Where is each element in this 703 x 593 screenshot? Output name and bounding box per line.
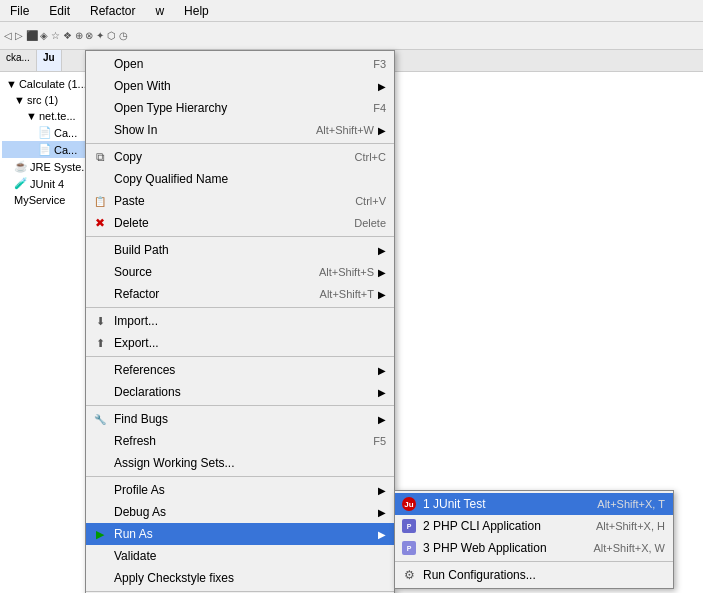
menu-refactor[interactable]: Refactor — [84, 2, 141, 20]
ctx-open-type-hierarchy-label: Open Type Hierarchy — [114, 101, 353, 115]
ctx-assign-working-sets-label: Assign Working Sets... — [114, 456, 386, 470]
ctx-show-in-label: Show In — [114, 123, 296, 137]
ctx-refactor-arrow: ▶ — [378, 289, 386, 300]
ctx-paste[interactable]: Paste Ctrl+V — [86, 190, 394, 212]
tree-myservice[interactable]: MyService — [2, 192, 87, 208]
ctx-source-arrow: ▶ — [378, 267, 386, 278]
ctx-validate-label: Validate — [114, 549, 386, 563]
tree-jre[interactable]: ☕ JRE Syste... — [2, 158, 87, 175]
ctx-find-bugs-label: Find Bugs — [114, 412, 374, 426]
tree-junit[interactable]: 🧪 JUnit 4 — [2, 175, 87, 192]
submenu-junit-label: 1 JUnit Test — [423, 497, 577, 511]
ctx-build-path-arrow: ▶ — [378, 245, 386, 256]
sidebar: ▼ Calculate (1... ▼ src (1) ▼ net.te... … — [0, 72, 90, 593]
submenu-junit-shortcut: Alt+Shift+X, T — [597, 498, 665, 510]
tree-expand-icon: ▼ — [6, 78, 17, 90]
ctx-refresh[interactable]: Refresh F5 — [86, 430, 394, 452]
import-icon — [92, 313, 108, 329]
export-icon — [92, 335, 108, 351]
ctx-declarations-label: Declarations — [114, 385, 374, 399]
ctx-run-as[interactable]: Run As ▶ — [86, 523, 394, 545]
ctx-find-bugs-arrow: ▶ — [378, 414, 386, 425]
ctx-sep-6 — [86, 476, 394, 477]
ctx-refactor[interactable]: Refactor Alt+Shift+T ▶ — [86, 283, 394, 305]
ctx-debug-as-label: Debug As — [114, 505, 374, 519]
ctx-source-label: Source — [114, 265, 299, 279]
ctx-references-label: References — [114, 363, 374, 377]
ctx-show-in[interactable]: Show In Alt+Shift+W ▶ — [86, 119, 394, 141]
ctx-build-path-label: Build Path — [114, 243, 374, 257]
tree-item-label: Ca... — [54, 144, 77, 156]
php-web-icon: P — [401, 540, 417, 556]
sidebar-tab-package[interactable]: cka... — [0, 50, 37, 71]
ctx-refactor-shortcut: Alt+Shift+T — [320, 288, 374, 300]
tree-item-label: JRE Syste... — [30, 161, 90, 173]
tree-item-icon: ☕ — [14, 160, 28, 173]
tree-expand-icon: 📄 — [38, 143, 52, 156]
ctx-sep-1 — [86, 143, 394, 144]
submenu-junit-test[interactable]: Ju 1 JUnit Test Alt+Shift+X, T — [395, 493, 673, 515]
ctx-open-label: Open — [114, 57, 353, 71]
sidebar-tab-bar: cka... Ju — [0, 50, 90, 72]
ctx-sep-2 — [86, 236, 394, 237]
tree-nette[interactable]: ▼ net.te... — [2, 108, 87, 124]
ctx-open-type-hierarchy[interactable]: Open Type Hierarchy F4 — [86, 97, 394, 119]
ctx-debug-as-arrow: ▶ — [378, 507, 386, 518]
ctx-refresh-label: Refresh — [114, 434, 353, 448]
submenu-php-web[interactable]: P 3 PHP Web Application Alt+Shift+X, W — [395, 537, 673, 559]
ctx-declarations[interactable]: Declarations ▶ — [86, 381, 394, 403]
ctx-profile-as[interactable]: Profile As ▶ — [86, 479, 394, 501]
ctx-delete[interactable]: Delete Delete — [86, 212, 394, 234]
ctx-assign-working-sets[interactable]: Assign Working Sets... — [86, 452, 394, 474]
ctx-references-arrow: ▶ — [378, 365, 386, 376]
ctx-references[interactable]: References ▶ — [86, 359, 394, 381]
tree-src[interactable]: ▼ src (1) — [2, 92, 87, 108]
ctx-open-shortcut: F3 — [373, 58, 386, 70]
junit-icon: Ju — [401, 496, 417, 512]
ctx-sep-7 — [86, 591, 394, 592]
menu-file[interactable]: File — [4, 2, 35, 20]
ctx-open-with-label: Open With — [114, 79, 374, 93]
submenu-php-cli[interactable]: P 2 PHP CLI Application Alt+Shift+X, H — [395, 515, 673, 537]
ctx-copy-qualified[interactable]: Copy Qualified Name — [86, 168, 394, 190]
ctx-open[interactable]: Open F3 — [86, 53, 394, 75]
ctx-run-as-arrow: ▶ — [378, 529, 386, 540]
ctx-import[interactable]: Import... — [86, 310, 394, 332]
ctx-find-bugs[interactable]: Find Bugs ▶ — [86, 408, 394, 430]
ctx-copy-label: Copy — [114, 150, 335, 164]
ctx-build-path[interactable]: Build Path ▶ — [86, 239, 394, 261]
ctx-validate[interactable]: Validate — [86, 545, 394, 567]
tree-item-label: Calculate (1... — [19, 78, 87, 90]
tree-calculate[interactable]: ▼ Calculate (1... — [2, 76, 87, 92]
ctx-paste-label: Paste — [114, 194, 335, 208]
ctx-open-with[interactable]: Open With ▶ — [86, 75, 394, 97]
ctx-copy[interactable]: Copy Ctrl+C — [86, 146, 394, 168]
ctx-paste-shortcut: Ctrl+V — [355, 195, 386, 207]
tree-ca1[interactable]: 📄 Ca... — [2, 124, 87, 141]
menu-navigate[interactable]: w — [149, 2, 170, 20]
submenu-run-configs-label: Run Configurations... — [423, 568, 665, 582]
ctx-source[interactable]: Source Alt+Shift+S ▶ — [86, 261, 394, 283]
menu-edit[interactable]: Edit — [43, 2, 76, 20]
ctx-debug-as[interactable]: Debug As ▶ — [86, 501, 394, 523]
toolbar-icons: ◁ ▷ ⬛ ◈ ☆ ❖ ⊕ ⊗ ✦ ⬡ ◷ — [4, 30, 128, 41]
tree-item-label: net.te... — [39, 110, 76, 122]
sidebar-tab-java[interactable]: Ju — [37, 50, 62, 71]
ctx-source-shortcut: Alt+Shift+S — [319, 266, 374, 278]
tree-item-label: JUnit 4 — [30, 178, 64, 190]
submenu-run-configs[interactable]: Run Configurations... — [395, 564, 673, 586]
menu-help[interactable]: Help — [178, 2, 215, 20]
ctx-sep-5 — [86, 405, 394, 406]
ctx-declarations-arrow: ▶ — [378, 387, 386, 398]
php-cli-icon: P — [401, 518, 417, 534]
delete-icon — [92, 215, 108, 231]
ctx-checkstyle[interactable]: Apply Checkstyle fixes — [86, 567, 394, 589]
sidebar-tree: ▼ Calculate (1... ▼ src (1) ▼ net.te... … — [0, 72, 89, 212]
ctx-profile-as-arrow: ▶ — [378, 485, 386, 496]
ctx-export[interactable]: Export... — [86, 332, 394, 354]
ctx-refresh-shortcut: F5 — [373, 435, 386, 447]
tree-ca2[interactable]: 📄 Ca... — [2, 141, 87, 158]
tree-item-label: Ca... — [54, 127, 77, 139]
tree-item-label: src (1) — [27, 94, 58, 106]
ctx-checkstyle-label: Apply Checkstyle fixes — [114, 571, 386, 585]
